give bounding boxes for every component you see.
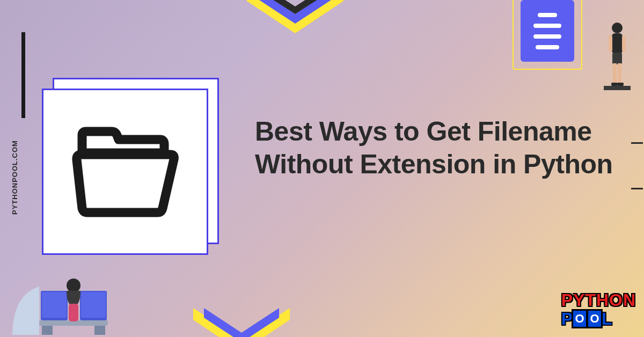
- logo-letter-o: O: [587, 309, 603, 328]
- python-pool-logo: PYTHON P O O L: [561, 290, 636, 329]
- svg-rect-9: [604, 86, 631, 90]
- svg-rect-3: [622, 35, 626, 52]
- doc-line: [538, 13, 557, 17]
- svg-rect-17: [42, 326, 53, 335]
- folder-card-front: [42, 89, 208, 255]
- svg-rect-18: [94, 326, 105, 335]
- svg-point-0: [612, 23, 623, 33]
- article-title: Best Ways to Get Filename Without Extens…: [255, 115, 644, 181]
- person-illustration: [604, 21, 631, 93]
- svg-rect-2: [609, 35, 612, 52]
- doc-line: [536, 45, 559, 49]
- folder-icon: [66, 113, 184, 231]
- svg-rect-8: [617, 83, 624, 86]
- website-url: PYTHONPOOL.COM: [11, 140, 19, 215]
- doc-line: [533, 24, 561, 28]
- chevron-down-decoration-top: [241, 0, 349, 51]
- svg-rect-7: [611, 83, 618, 86]
- accent-dash: [631, 142, 643, 144]
- document-icon: [521, 0, 574, 62]
- logo-letter-l: L: [602, 309, 612, 329]
- svg-rect-4: [612, 53, 622, 64]
- logo-text-top: PYTHON: [561, 290, 636, 310]
- svg-rect-16: [69, 304, 78, 321]
- doc-line: [533, 34, 561, 39]
- logo-text-bottom: P O O L: [561, 309, 636, 329]
- svg-rect-14: [81, 292, 106, 318]
- svg-rect-6: [618, 63, 621, 84]
- svg-rect-1: [612, 33, 623, 54]
- svg-rect-12: [42, 292, 67, 318]
- worker-illustration: [10, 265, 133, 337]
- svg-rect-5: [613, 63, 617, 84]
- chevron-down-decoration-bottom: [188, 303, 295, 337]
- svg-point-15: [67, 279, 80, 292]
- vertical-accent-bar: [21, 32, 25, 118]
- logo-letter-o: O: [572, 309, 588, 328]
- accent-dash: [631, 188, 643, 189]
- logo-letter-p: P: [561, 309, 573, 329]
